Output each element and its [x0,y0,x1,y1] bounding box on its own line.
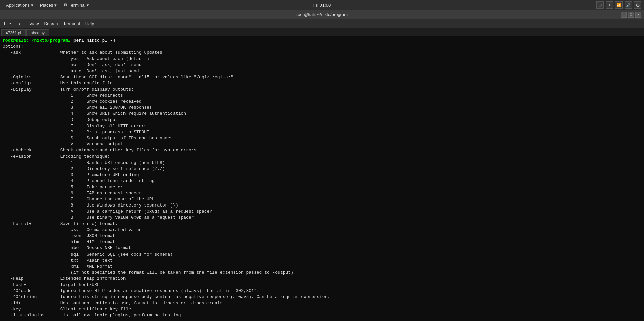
sound-icon[interactable]: 🔊 [625,1,632,9]
menu-view[interactable]: View [27,20,41,27]
command-line: root@kali:~/nikto/program# perl nikto.pl… [3,38,641,44]
terminal-window: root@kali: ~/nikto/program — □ ✕ File Ed… [0,10,644,321]
prompt: root@kali:~/nikto/program# [3,38,71,43]
terminal-menubar: File Edit View Search Terminal Help [0,19,644,28]
terminal-output: Options: -ask+ Whether to ask about subm… [3,44,641,318]
places-label: Places [40,3,53,8]
menu-help[interactable]: Help [83,20,97,27]
applications-menu[interactable]: Applications ▾ [3,1,37,9]
close-button[interactable]: ✕ [635,12,641,18]
terminal-arrow: ▾ [87,3,89,8]
terminal-menu[interactable]: 🖥 Terminal ▾ [60,1,92,9]
menu-search[interactable]: Search [41,20,60,27]
tab-bar: 47361.pl abcd.py [0,28,644,36]
terminal-title: root@kali: ~/nikto/program [296,12,348,17]
menu-edit[interactable]: Edit [14,20,27,27]
system-bar-left: Applications ▾ Places ▾ 🖥 Terminal ▾ [3,1,92,9]
window-count[interactable]: 1 [606,1,613,9]
places-menu[interactable]: Places ▾ [37,1,60,9]
terminal-label: Terminal [69,3,85,8]
display-switcher-icon[interactable]: ⊞ [596,1,604,9]
places-arrow: ▾ [54,3,57,8]
system-clock: Fri 01:00 [313,3,331,8]
network-icon[interactable]: 📶 [615,1,623,9]
terminal-win-controls: — □ ✕ [621,12,641,18]
menu-file[interactable]: File [1,20,14,27]
command: perl nikto.pl -H [71,38,115,43]
system-bar: Applications ▾ Places ▾ 🖥 Terminal ▾ Fri… [0,0,644,10]
tab-abcd[interactable]: abcd.py [26,29,49,36]
maximize-button[interactable]: □ [628,12,634,18]
tab-47361[interactable]: 47361.pl [1,29,26,36]
system-bar-right: ⊞ 1 📶 🔊 ⏻ [596,1,641,9]
terminal-titlebar: root@kali: ~/nikto/program — □ ✕ [0,10,644,19]
applications-label: Applications [6,3,30,8]
minimize-button[interactable]: — [621,12,627,18]
terminal-content[interactable]: root@kali:~/nikto/program# perl nikto.pl… [0,36,644,321]
power-icon[interactable]: ⏻ [634,1,641,9]
menu-terminal[interactable]: Terminal [61,20,83,27]
terminal-icon: 🖥 [63,3,67,7]
applications-arrow: ▾ [31,3,33,8]
